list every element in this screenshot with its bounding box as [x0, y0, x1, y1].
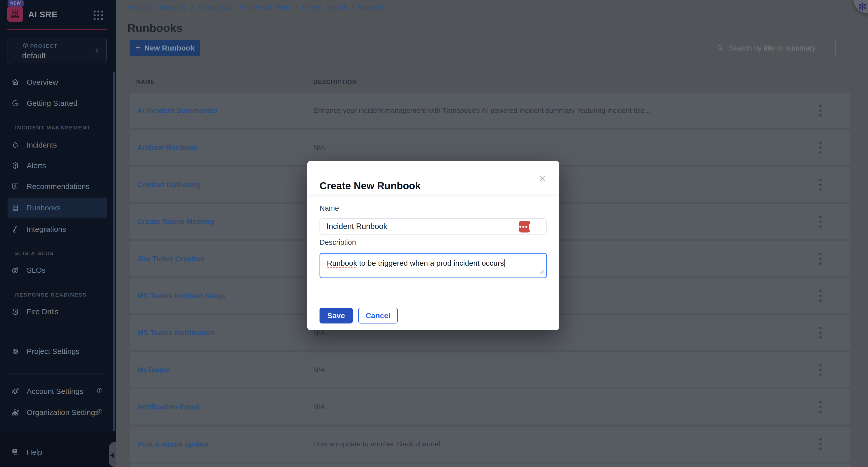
collapse-arrow-icon [110, 453, 114, 458]
sidebar-item-organization-settings[interactable]: Organization Settings [7, 402, 107, 423]
chevron-right-icon [93, 47, 101, 55]
runbook-description: N/A [313, 389, 325, 425]
progress-circle-icon [11, 99, 20, 108]
cube-icon [22, 42, 29, 50]
table-row: Notification-Email N/A [130, 389, 850, 425]
sidebar-divider [7, 333, 107, 333]
alarm-clock-icon [11, 307, 20, 316]
sidebar-item-account-settings[interactable]: Account Settings [7, 381, 107, 402]
alert-hexagon-icon [11, 161, 20, 170]
sidebar-item-alerts[interactable]: Alerts [7, 155, 107, 176]
runbook-description-textarea[interactable]: Runbook to be triggered when a prod inci… [319, 253, 547, 278]
breadcrumb: Account: Transposit › Organization: IR I… [127, 3, 388, 11]
column-header-name: NAME [136, 78, 155, 86]
project-label: PROJECT [30, 43, 57, 49]
runbook-name-input[interactable] [319, 219, 547, 234]
save-button[interactable]: Save [319, 308, 353, 324]
row-menu-kebab-icon[interactable] [815, 362, 826, 378]
runbook-name-link[interactable]: AI Incident Summarizer [137, 93, 218, 128]
column-header-description: DESCRIPTION [313, 78, 357, 86]
sidebar-item-overview[interactable]: Overview [7, 72, 107, 93]
password-manager-autofill-icon[interactable] [519, 221, 530, 233]
flower-widget-icon: ✻ [858, 0, 867, 13]
runbook-name-link[interactable]: Jira Ticket Creation [137, 241, 205, 276]
target-icon [11, 266, 20, 274]
runbook-name-link[interactable]: Andrew Runbook [137, 130, 197, 165]
app-name: AI SRE [28, 9, 57, 19]
runbook-description: Enhance your incident management with Tr… [313, 93, 650, 128]
svg-text:?: ? [14, 449, 16, 453]
sidebar-collapse-button[interactable] [109, 442, 116, 467]
project-value: default [22, 51, 45, 60]
section-slis-slos: SLIS & SLOS [15, 251, 54, 256]
runbook-name-link[interactable]: MsTeams [137, 353, 170, 388]
description-text: to be triggered when a prod incident occ… [357, 259, 504, 267]
sidebar-item-fire-drills[interactable]: Fire Drills [7, 301, 107, 322]
close-icon[interactable] [537, 173, 548, 184]
table-row: MsTeams N/A [130, 353, 850, 388]
org-chart-gear-icon [11, 408, 20, 417]
integrations-pipeline-icon [11, 225, 20, 234]
runbook-name-link[interactable]: Context Gathering [137, 167, 201, 202]
search-icon [716, 44, 724, 52]
app-screen: NEW AI SRE PROJECT default [0, 0, 868, 467]
home-icon [11, 78, 20, 87]
modal-title: Create New Runbook [319, 180, 421, 192]
sidebar-bottom-bar: ? Help [0, 433, 116, 467]
breadcrumb-separator-icon: › [191, 4, 193, 11]
apps-grid-icon[interactable] [94, 10, 104, 21]
section-response-readiness: RESPONSE READINESS [15, 292, 87, 298]
row-menu-kebab-icon[interactable] [815, 139, 826, 156]
runbook-description: Post an update to another Slack channel. [313, 427, 442, 462]
feedback-widget-button[interactable]: ✻ [854, 0, 868, 13]
name-field-label: Name [319, 204, 339, 212]
sidebar-item-project-settings[interactable]: Project Settings [7, 341, 107, 362]
text-caret [504, 259, 505, 267]
breadcrumb-separator-icon: › [295, 4, 298, 11]
row-menu-kebab-icon[interactable] [815, 288, 826, 304]
breadcrumb-organization[interactable]: Organization: IR Internal Demo [197, 3, 291, 11]
breadcrumb-runbooks[interactable]: Runbooks [358, 3, 388, 11]
modal-footer-divider [307, 297, 559, 297]
sidebar-scrollbar[interactable] [113, 72, 115, 431]
row-menu-kebab-icon[interactable] [815, 103, 826, 119]
table-row: AI Incident Summarizer Enhance your inci… [130, 93, 850, 128]
sidebar-item-integrations[interactable]: Integrations [7, 219, 107, 239]
resize-handle-icon[interactable] [540, 267, 544, 276]
row-menu-kebab-icon[interactable] [815, 251, 826, 267]
runbook-name-link[interactable]: Create Teams Meeting [137, 204, 214, 239]
row-menu-kebab-icon[interactable] [815, 399, 826, 415]
row-menu-kebab-icon[interactable] [815, 436, 826, 452]
search-input[interactable] [728, 44, 830, 53]
scroll-gutter-divider [849, 0, 850, 467]
row-menu-kebab-icon[interactable] [815, 177, 826, 193]
row-menu-kebab-icon[interactable] [815, 325, 826, 341]
row-menu-kebab-icon[interactable] [815, 214, 826, 230]
runbook-description: N/A [313, 353, 325, 388]
table-row: Andrew Runbook N/A [130, 130, 850, 165]
sidebar-item-runbooks[interactable]: Runbooks [7, 198, 107, 218]
help-chat-icon: ? [11, 448, 20, 457]
sidebar-item-getting-started[interactable]: Getting Started [7, 93, 107, 113]
breadcrumb-project[interactable]: Project: default [302, 3, 347, 11]
runbook-name-link[interactable]: Post a status update [137, 427, 209, 462]
cancel-button[interactable]: Cancel [358, 308, 398, 324]
runbook-name-link[interactable]: MS Teams Incident Setup [137, 278, 225, 313]
sidebar-item-recommendations[interactable]: Recommendations [7, 176, 107, 197]
sidebar-item-slos[interactable]: SLOs [7, 260, 107, 280]
sidebar: NEW AI SRE PROJECT default [0, 0, 116, 467]
project-selector[interactable]: PROJECT default [7, 38, 107, 63]
new-badge: NEW [7, 0, 24, 6]
runbook-name-link[interactable]: Notification-Email [137, 389, 199, 425]
breadcrumb-account[interactable]: Account: Transposit [127, 3, 187, 11]
new-runbook-button[interactable]: + New Runbook [130, 40, 200, 56]
sidebar-item-incidents[interactable]: Incidents [7, 135, 107, 155]
brand-divider [7, 29, 107, 30]
runbook-name-link[interactable]: MS Teams Notification [137, 315, 215, 351]
description-text-misspelled: Runbook [327, 259, 357, 267]
create-runbook-modal: Create New Runbook Name Description Runb… [307, 161, 559, 330]
sidebar-item-help[interactable]: ? Help [7, 442, 107, 463]
page-title: Runbooks [127, 22, 183, 35]
sidebar-divider [7, 373, 107, 373]
gear-icon [11, 347, 20, 356]
